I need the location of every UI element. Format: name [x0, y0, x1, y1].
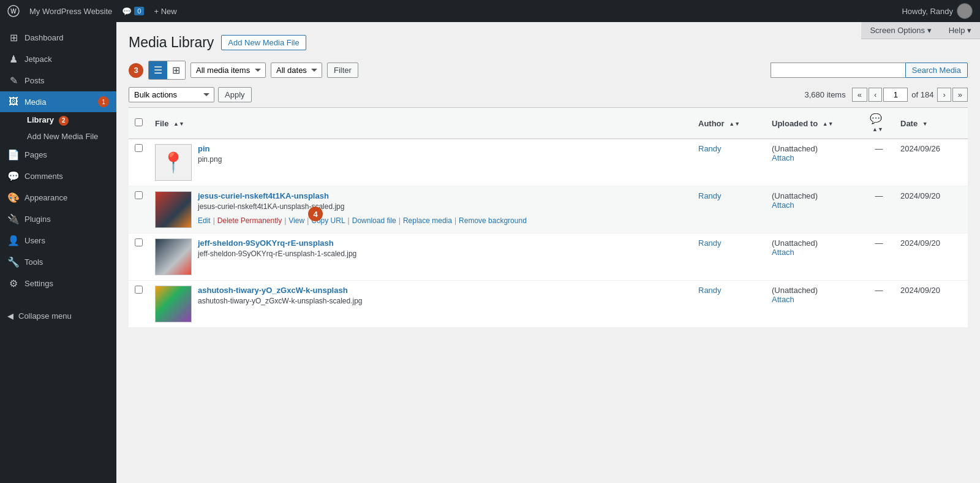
row-checkbox[interactable]: [135, 191, 143, 199]
sidebar-item-dashboard[interactable]: ⊞ Dashboard: [0, 27, 116, 48]
library-badge: 2: [59, 116, 69, 126]
submenu-item-library[interactable]: Library 2: [22, 112, 116, 129]
site-name-link[interactable]: My WordPress Website: [29, 7, 112, 16]
search-media-button[interactable]: Search Media: [905, 63, 968, 78]
file-name: jesus-curiel-nskeft4t1KA-unsplash-scaled…: [198, 202, 527, 211]
bulk-bar: Bulk actions Apply 3,680 items « ‹ of 18…: [129, 87, 968, 102]
pagination: 3,680 items « ‹ of 184 › »: [804, 88, 968, 102]
page-title: Media Library: [129, 34, 214, 51]
action-remove-background-link[interactable]: Remove background: [459, 216, 527, 225]
last-page-button[interactable]: »: [952, 88, 968, 102]
submenu-item-add-new[interactable]: Add New Media File: [22, 129, 116, 144]
apply-button[interactable]: Apply: [218, 87, 252, 102]
list-view-button[interactable]: ☰: [149, 61, 167, 79]
author-link[interactable]: Randy: [698, 144, 722, 153]
row-checkbox[interactable]: [135, 238, 143, 246]
comments-column-header[interactable]: 💬 ▲▼: [864, 108, 894, 139]
file-name: jeff-sheldon-9SyOKYrq-rE-unsplash-1-scal…: [198, 249, 356, 258]
action-view-link[interactable]: View: [288, 216, 304, 225]
search-input[interactable]: [771, 63, 905, 78]
author-link[interactable]: Randy: [698, 191, 722, 200]
page-header: Media Library Add New Media File: [129, 34, 968, 51]
collapse-menu-button[interactable]: ◀ Collapse menu: [0, 306, 116, 325]
author-sort-icon: ▲▼: [729, 121, 740, 127]
users-icon: 👤: [7, 235, 20, 246]
sidebar-item-jetpack[interactable]: ♟ Jetpack: [0, 48, 116, 70]
author-link[interactable]: Randy: [698, 286, 722, 295]
posts-icon: ✎: [7, 75, 20, 86]
author-link[interactable]: Randy: [698, 238, 722, 248]
file-title-link[interactable]: ashutosh-tiwary-yO_zGxcW-k-unsplash: [198, 286, 363, 295]
file-name: ashutosh-tiwary-yO_zGxcW-k-unsplash-scal…: [198, 297, 363, 305]
uploaded-column-header[interactable]: Uploaded to ▲▼: [766, 108, 864, 139]
upload-status: (Unattached): [772, 144, 818, 153]
sidebar-item-appearance[interactable]: 🎨 Appearance: [0, 187, 116, 208]
sidebar-item-posts[interactable]: ✎ Posts: [0, 70, 116, 91]
file-title-link[interactable]: pin: [198, 144, 222, 153]
media-type-filter[interactable]: All media items: [190, 63, 266, 78]
date-column-header[interactable]: Date ▼: [894, 108, 968, 139]
appearance-icon: 🎨: [7, 192, 20, 203]
media-table: File ▲▼ Author ▲▼ Uploaded to ▲▼ 💬 ▲▼: [129, 107, 968, 328]
comments-sort-icon: ▲▼: [872, 127, 883, 132]
help-button[interactable]: Help ▾: [940, 22, 980, 39]
first-page-button[interactable]: «: [852, 88, 867, 102]
wp-logo-icon: W: [7, 5, 20, 17]
action-delete-permanently-link[interactable]: Delete Permanently: [217, 216, 282, 225]
of-pages-label: of 184: [911, 90, 933, 99]
sidebar-item-comments[interactable]: 💬 Comments: [0, 165, 116, 187]
sidebar-item-pages[interactable]: 📄 Pages: [0, 144, 116, 165]
select-all-checkbox[interactable]: [135, 118, 143, 126]
sidebar-item-users[interactable]: 👤 Users: [0, 230, 116, 251]
items-badge: 3: [129, 63, 143, 78]
row-checkbox[interactable]: [135, 144, 143, 152]
date-filter[interactable]: All dates: [271, 63, 322, 78]
settings-icon: ⚙: [7, 278, 20, 289]
sidebar-item-settings[interactable]: ⚙ Settings: [0, 273, 116, 294]
new-content-link[interactable]: + New: [154, 7, 176, 16]
prev-page-button[interactable]: ‹: [869, 88, 882, 102]
action-edit-link[interactable]: Edit: [198, 216, 211, 225]
action-separator: |: [284, 216, 286, 225]
date-cell: 2024/09/20: [894, 281, 968, 328]
file-title-link[interactable]: jeff-sheldon-9SyOKYrq-rE-unsplash: [198, 238, 356, 248]
howdy-text: Howdy, Randy: [902, 3, 973, 19]
comment-header-icon: 💬: [870, 113, 882, 124]
attach-link[interactable]: Attach: [772, 200, 858, 210]
comments-link[interactable]: 💬 0: [122, 7, 144, 16]
attach-link[interactable]: Attach: [772, 295, 858, 304]
page-number-input[interactable]: [883, 88, 908, 102]
attach-link[interactable]: Attach: [772, 153, 858, 162]
comments-value: —: [875, 286, 883, 295]
bulk-actions-select[interactable]: Bulk actions: [129, 87, 214, 102]
action-separator: |: [454, 216, 456, 225]
add-new-media-button[interactable]: Add New Media File: [221, 35, 306, 50]
table-row: ashutosh-tiwary-yO_zGxcW-k-unsplashashut…: [129, 281, 968, 328]
action-download-file-link[interactable]: Download file: [352, 216, 396, 225]
date-cell: 2024/09/20: [894, 186, 968, 234]
uploaded-sort-icon: ▲▼: [823, 121, 834, 127]
author-column-header[interactable]: Author ▲▼: [692, 108, 766, 139]
sidebar-item-media[interactable]: 🖼 Media 1: [0, 91, 116, 112]
upload-status: (Unattached): [772, 286, 818, 295]
comments-cell: —: [864, 281, 894, 328]
screen-options-button[interactable]: Screen Options ▾: [861, 22, 940, 39]
next-page-button[interactable]: ›: [937, 88, 951, 102]
grid-view-button[interactable]: ⊞: [167, 61, 185, 79]
action-replace-media-link[interactable]: Replace media: [403, 216, 452, 225]
dashboard-icon: ⊞: [7, 32, 20, 44]
file-thumbnail: [155, 191, 192, 228]
avatar: [957, 3, 973, 19]
svg-text:W: W: [10, 8, 17, 15]
jetpack-icon: ♟: [7, 53, 20, 65]
file-title-link[interactable]: jesus-curiel-nskeft4t1KA-unsplash: [198, 191, 527, 200]
wp-logo-link[interactable]: W: [7, 5, 20, 17]
attach-link[interactable]: Attach: [772, 248, 858, 257]
sidebar-item-plugins[interactable]: 🔌 Plugins: [0, 208, 116, 230]
media-submenu: Library 2 Add New Media File: [0, 112, 116, 144]
sidebar-item-tools[interactable]: 🔧 Tools: [0, 251, 116, 273]
file-column-header[interactable]: File ▲▼: [149, 108, 692, 139]
comments-cell: —: [864, 234, 894, 281]
filter-button[interactable]: Filter: [327, 63, 358, 78]
row-checkbox[interactable]: [135, 286, 143, 294]
